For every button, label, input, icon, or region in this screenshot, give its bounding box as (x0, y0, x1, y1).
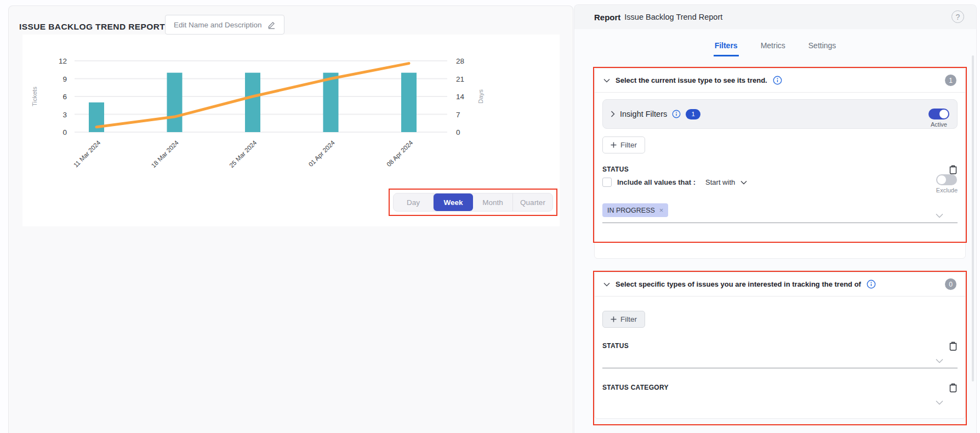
svg-text:11 Mar 2024: 11 Mar 2024 (72, 139, 102, 169)
panel-header: Report Issue Backlog Trend Report (574, 5, 976, 29)
section-issue-tracking-title: Select specific types of issues you are … (616, 280, 861, 288)
help-icon[interactable]: ? (951, 10, 964, 23)
status-value-select[interactable]: IN PROGRESS × (602, 203, 958, 223)
section-issue-type-header[interactable]: Select the current issue type to see its… (595, 69, 965, 93)
svg-text:01 Apr 2024: 01 Apr 2024 (307, 139, 337, 168)
status-value-select[interactable] (602, 358, 958, 368)
insight-filters-box: Insight Filters 1 Active (602, 99, 958, 129)
svg-text:7: 7 (456, 111, 460, 119)
insight-filters-count-badge: 1 (686, 109, 700, 119)
period-option-month[interactable]: Month (473, 193, 513, 211)
filter-count-badge: 0 (945, 278, 956, 290)
tab-metrics[interactable]: Metrics (760, 38, 787, 56)
add-filter-button[interactable]: Filter (602, 136, 645, 153)
trash-icon[interactable] (949, 164, 958, 174)
period-option-week[interactable]: Week (434, 193, 473, 211)
add-filter-label: Filter (620, 141, 637, 149)
svg-text:25 Mar 2024: 25 Mar 2024 (228, 139, 258, 169)
report-preview-card: ISSUE BACKLOG TREND REPORT Edit Name and… (8, 5, 573, 433)
period-selector[interactable]: Day Week Month Quarter (393, 193, 553, 212)
chevron-down-icon[interactable] (603, 282, 610, 287)
panel-header-label: Report (594, 13, 620, 22)
remove-tag-icon[interactable]: × (659, 206, 664, 214)
section-issue-tracking-body: Filter STATUS STATUS CATEGORY (595, 297, 965, 416)
svg-text:6: 6 (62, 93, 67, 101)
edit-button-label: Edit Name and Description (174, 21, 262, 29)
chevron-down-icon (740, 180, 747, 185)
tab-settings[interactable]: Settings (807, 38, 837, 56)
section-issue-tracking-header[interactable]: Select specific types of issues you are … (595, 272, 965, 297)
exclude-toggle[interactable] (936, 174, 957, 185)
panel-tabs: Filters Metrics Settings (574, 38, 976, 56)
add-filter-label: Filter (620, 315, 637, 323)
include-all-values-checkbox[interactable] (602, 178, 612, 187)
svg-text:08 Apr 2024: 08 Apr 2024 (385, 139, 414, 168)
svg-text:0: 0 (456, 128, 460, 136)
add-filter-button[interactable]: Filter (602, 311, 645, 328)
info-icon[interactable] (773, 76, 782, 85)
plus-icon (611, 316, 617, 322)
status-value-tag[interactable]: IN PROGRESS × (602, 203, 668, 217)
trend-chart-panel: 03691207142128TicketsDays11 Mar 202418 M… (22, 35, 560, 226)
active-toggle[interactable] (928, 109, 949, 119)
svg-text:18 Mar 2024: 18 Mar 2024 (150, 139, 180, 169)
status-category-value-select[interactable] (602, 400, 958, 409)
panel-header-title: Issue Backlog Trend Report (624, 13, 722, 21)
info-icon[interactable] (867, 280, 876, 289)
svg-text:3: 3 (62, 111, 67, 119)
status-category-filter-label: STATUS CATEGORY (602, 384, 669, 391)
plus-icon (611, 142, 617, 148)
chevron-down-icon (936, 358, 943, 363)
insight-filters-label: Insight Filters (620, 110, 667, 118)
tab-filters[interactable]: Filters (714, 38, 739, 56)
svg-text:28: 28 (456, 57, 464, 65)
chevron-down-icon[interactable] (603, 78, 610, 83)
status-filter-label: STATUS (602, 342, 629, 350)
svg-text:14: 14 (456, 93, 465, 101)
svg-text:0: 0 (62, 128, 67, 136)
chevron-right-icon[interactable] (611, 111, 615, 117)
report-settings-panel: Report Issue Backlog Trend Report ? Filt… (574, 4, 977, 433)
chevron-down-icon (936, 400, 943, 405)
svg-text:12: 12 (59, 57, 67, 65)
status-filter-label: STATUS (602, 166, 629, 173)
filter-count-badge: 1 (945, 75, 956, 86)
insight-filters-expander[interactable]: Insight Filters 1 (611, 109, 700, 119)
operator-dropdown[interactable]: Start with (705, 178, 747, 186)
include-all-values-label: Include all values that : (617, 178, 696, 186)
section-issue-tracking: Select specific types of issues you are … (594, 272, 966, 419)
trash-icon[interactable] (949, 341, 958, 351)
edit-name-description-button[interactable]: Edit Name and Description (165, 15, 284, 35)
trash-icon[interactable] (949, 383, 958, 392)
active-toggle-label: Active (931, 121, 947, 128)
section-issue-type-body: Insight Filters 1 Active Filter (595, 93, 965, 230)
section-issue-type: Select the current issue type to see its… (594, 68, 966, 259)
section-issue-type-title: Select the current issue type to see its… (616, 76, 767, 84)
period-option-day[interactable]: Day (394, 193, 434, 211)
info-icon[interactable] (672, 110, 681, 118)
pencil-icon (267, 21, 276, 29)
svg-text:Days: Days (477, 89, 484, 104)
svg-text:9: 9 (62, 75, 67, 83)
chevron-down-icon[interactable] (936, 213, 943, 218)
report-title: ISSUE BACKLOG TREND REPORT (19, 22, 165, 32)
exclude-toggle-label: Exclude (936, 187, 958, 193)
svg-text:21: 21 (456, 75, 464, 83)
period-option-quarter[interactable]: Quarter (513, 193, 552, 211)
svg-text:Tickets: Tickets (31, 87, 38, 106)
panel-scrollbar[interactable] (972, 55, 974, 381)
